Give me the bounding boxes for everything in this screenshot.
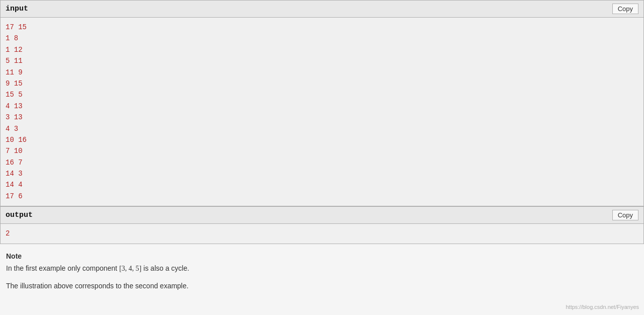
list-item: 4 13 [6, 101, 638, 112]
input-section-content: 17 151 81 125 1111 99 1515 54 133 134 31… [1, 18, 643, 206]
input-copy-button[interactable]: Copy [612, 4, 638, 14]
output-section-title: output [6, 211, 33, 219]
list-item: 17 15 [6, 22, 638, 33]
list-item: 1 12 [6, 44, 638, 55]
page-container: input Copy 17 151 81 125 1111 99 1515 54… [0, 0, 644, 306]
list-item: 11 9 [6, 67, 638, 78]
note-text-2: The illustration above corresponds to th… [6, 281, 638, 291]
list-item: 14 4 [6, 179, 638, 190]
list-item: 5 11 [6, 55, 638, 66]
input-section: input Copy 17 151 81 125 1111 99 1515 54… [0, 0, 644, 206]
output-section-header: output Copy [1, 207, 643, 224]
list-item: 3 13 [6, 112, 638, 123]
list-item: 14 3 [6, 168, 638, 179]
list-item: 7 10 [6, 145, 638, 156]
list-item: 9 15 [6, 78, 638, 89]
list-item: 17 6 [6, 191, 638, 202]
output-section: output Copy 2 [0, 206, 644, 244]
notes-section: Note In the first example only component… [0, 244, 644, 306]
output-copy-button[interactable]: Copy [612, 210, 638, 220]
watermark: https://blog.csdn.net/Fiyanyes [566, 304, 639, 310]
list-item: 2 [6, 228, 638, 239]
note-text-1: In the first example only component [3, … [6, 263, 638, 274]
list-item: 10 16 [6, 134, 638, 145]
output-section-content: 2 [1, 224, 643, 243]
list-item: 4 3 [6, 123, 638, 134]
note-title: Note [6, 252, 638, 260]
list-item: 1 8 [6, 33, 638, 44]
list-item: 15 5 [6, 89, 638, 100]
input-section-title: input [6, 5, 28, 13]
list-item: 16 7 [6, 157, 638, 168]
input-section-header: input Copy [1, 1, 643, 18]
